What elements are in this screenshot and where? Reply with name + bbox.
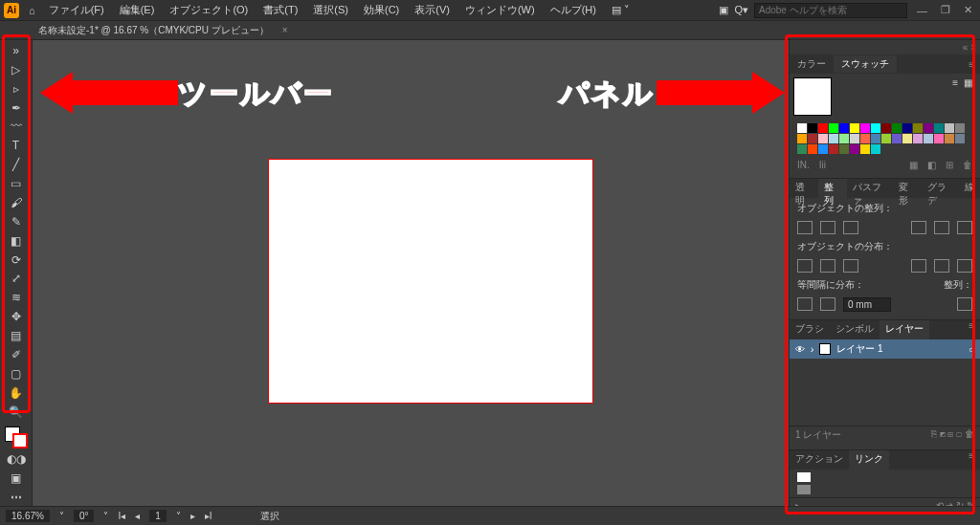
link-update-icon[interactable]: ↻ [956, 500, 967, 506]
screen-mode-icon[interactable]: ▣ [5, 470, 28, 487]
tab-pathfinder[interactable]: パスファ [847, 179, 893, 198]
spacing-input[interactable]: 0 mm [843, 297, 891, 312]
rotation-field[interactable]: 0° [74, 510, 95, 522]
link-relink-icon[interactable]: ⟲ [936, 500, 947, 506]
link-thumb-2[interactable] [797, 485, 811, 494]
swatch-grid-view-icon[interactable]: ▦ [964, 77, 972, 88]
tool-dbl-arrow[interactable]: » [5, 42, 28, 59]
align-top-icon[interactable] [911, 221, 926, 234]
swatch[interactable] [945, 134, 954, 143]
tool-artboard[interactable]: ▢ [5, 365, 28, 383]
swatch[interactable] [945, 123, 954, 133]
tool-rectangle[interactable]: ▭ [5, 175, 28, 192]
tab-transform[interactable]: 変形 [893, 179, 922, 198]
foreground-color-swatch[interactable] [793, 77, 832, 116]
tool-selection[interactable]: ▷ [5, 61, 28, 78]
swatch-ctrl-1[interactable]: IN. [797, 160, 810, 170]
swatch-ctrl-5[interactable]: ⊞ [946, 160, 953, 170]
layer-target-icon[interactable]: ○ [969, 344, 974, 355]
swatch[interactable] [871, 123, 880, 133]
swatch[interactable] [902, 134, 912, 143]
align-right-icon[interactable] [843, 221, 858, 234]
tab-transparency[interactable]: 透明 [790, 179, 818, 198]
swatch-list-view-icon[interactable]: ≡ [952, 77, 958, 88]
dist-right-icon[interactable] [957, 259, 972, 273]
swatch[interactable] [829, 134, 838, 143]
arrange-docs-icon[interactable]: ▣ [719, 4, 728, 16]
swatch[interactable] [934, 123, 944, 133]
align-to-icon[interactable] [957, 297, 972, 311]
tool-eraser[interactable]: ◧ [5, 232, 28, 250]
tool-eyedropper[interactable]: ✐ [5, 346, 28, 363]
swatch-ctrl-4[interactable]: ◧ [927, 160, 936, 170]
minimize-icon[interactable]: — [913, 5, 931, 16]
layer-row[interactable]: 👁 › レイヤー 1 ○ [790, 339, 980, 359]
menu-edit[interactable]: 編集(E) [112, 3, 163, 17]
swatch[interactable] [829, 123, 838, 133]
artboard-next-icon[interactable]: ▸ [190, 511, 195, 521]
tool-pen[interactable]: ✒ [5, 99, 28, 117]
menu-effect[interactable]: 効果(C) [356, 3, 407, 17]
expand-icon[interactable]: › [811, 344, 813, 355]
tool-direct-selection[interactable]: ▹ [5, 80, 28, 98]
zoom-field[interactable]: 16.67% [6, 510, 50, 522]
tool-type[interactable]: T [5, 137, 28, 154]
dist-vcenter-icon[interactable] [820, 259, 835, 273]
close-icon[interactable]: ✕ [960, 4, 976, 16]
tool-pencil[interactable]: ✎ [5, 213, 28, 230]
dist-space-v-icon[interactable] [797, 297, 813, 311]
edit-toolbar-icon[interactable]: ⋯ [5, 489, 28, 506]
swatch-ctrl-3[interactable]: ▦ [909, 160, 918, 170]
artboard-first-icon[interactable]: I◂ [118, 511, 125, 521]
swatch[interactable] [924, 123, 933, 133]
tab-stroke[interactable]: 線 [959, 179, 980, 198]
layer-name[interactable]: レイヤー 1 [836, 342, 882, 356]
fill-stroke-indicator[interactable] [5, 427, 28, 449]
menu-window[interactable]: ウィンドウ(W) [457, 3, 543, 17]
tool-gradient[interactable]: ▤ [5, 327, 28, 344]
swatch[interactable] [881, 123, 891, 133]
tab-links[interactable]: リンク [849, 450, 889, 470]
swatch[interactable] [797, 134, 807, 143]
swatch[interactable] [892, 134, 902, 143]
swatch-ctrl-2[interactable]: Iii [819, 160, 826, 170]
swatch[interactable] [808, 134, 817, 143]
maximize-icon[interactable]: ❐ [937, 4, 954, 16]
panel-collapse-icon[interactable]: « × [790, 40, 980, 55]
panel-menu-icon[interactable]: ≡ [963, 59, 980, 70]
swatch[interactable] [924, 134, 933, 143]
search-input[interactable] [754, 3, 907, 18]
swatch[interactable] [797, 144, 807, 154]
menu-type[interactable]: 書式(T) [256, 3, 305, 17]
tab-layers[interactable]: レイヤー [880, 320, 929, 339]
swatch[interactable] [860, 123, 870, 133]
swatch[interactable] [892, 123, 902, 133]
swatch[interactable] [955, 134, 965, 143]
dist-left-icon[interactable] [911, 259, 926, 273]
tab-symbols[interactable]: シンボル [830, 320, 880, 339]
swatch[interactable] [902, 123, 912, 133]
swatch[interactable] [839, 123, 849, 133]
tool-zoom[interactable]: 🔍 [5, 404, 28, 421]
swatch[interactable] [850, 144, 859, 154]
artboard-number[interactable]: 1 [149, 510, 167, 522]
swatch[interactable] [818, 134, 828, 143]
swatch[interactable] [871, 144, 880, 154]
links-panel-menu-icon[interactable]: ≡ [963, 450, 980, 470]
swatch[interactable] [860, 144, 870, 154]
tab-align[interactable]: 整列 [818, 179, 847, 198]
document-tab-close-icon[interactable]: × [282, 25, 288, 35]
layer-locate-icon[interactable]: ⎘ [931, 428, 940, 439]
link-expand-icon[interactable]: ▸ [795, 500, 800, 506]
tab-color[interactable]: カラー [790, 55, 834, 73]
link-goto-icon[interactable]: ➜ [946, 500, 956, 506]
layer-new-sub-icon[interactable]: ⊞ [947, 428, 956, 439]
tool-scale[interactable]: ⤢ [5, 271, 28, 288]
tool-paintbrush[interactable]: 🖌 [5, 194, 28, 211]
swatch[interactable] [829, 144, 838, 154]
align-vcenter-icon[interactable] [934, 221, 949, 234]
swatch-ctrl-6[interactable]: 🗑 [963, 160, 972, 170]
swatch[interactable] [913, 134, 923, 143]
tab-actions[interactable]: アクション [790, 450, 849, 470]
align-left-icon[interactable] [797, 221, 813, 234]
